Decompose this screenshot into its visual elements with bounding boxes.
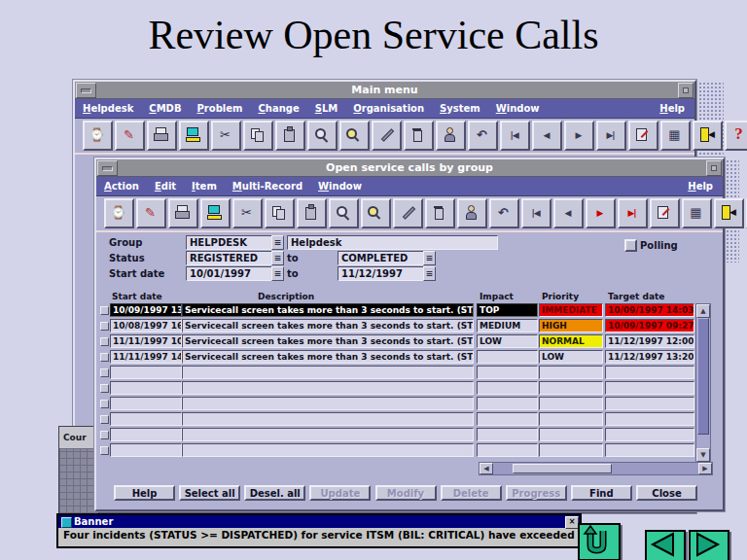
cell-description[interactable] (182, 397, 474, 410)
group-display-field[interactable]: Helpdesk (287, 235, 498, 250)
cell-description[interactable] (182, 366, 474, 379)
compose-button[interactable]: ✎ (136, 198, 166, 228)
desel-all-button[interactable]: Desel. all (244, 485, 305, 501)
exit-button[interactable] (714, 198, 744, 228)
scroll-left-icon[interactable]: ◀ (480, 463, 493, 474)
table-row[interactable]: 11/11/1997 10:52Servicecall screen takes… (96, 334, 711, 348)
last-record-button[interactable]: ▶| (618, 198, 648, 228)
cell-target-date[interactable]: 10/09/1997 09:27 (605, 319, 694, 332)
cell-start-date[interactable]: 10/08/1997 16:27 (110, 319, 182, 332)
menu-window[interactable]: Window (488, 99, 548, 118)
cell-description[interactable]: Servicecall screen takes more than 3 sec… (182, 350, 474, 364)
menu-help[interactable]: Help (654, 99, 691, 118)
cell-priority[interactable]: IMMEDIATE (539, 303, 603, 317)
cell-start-date[interactable]: 11/11/1997 10:52 (110, 334, 182, 348)
cell-target-date[interactable] (605, 381, 694, 395)
trash-button[interactable] (425, 198, 455, 228)
cell-start-date[interactable] (110, 381, 182, 395)
group-field[interactable]: HELPDESK (186, 235, 274, 250)
row-checkbox[interactable] (100, 306, 109, 315)
startdate-to-menu-icon[interactable] (423, 266, 436, 281)
cell-target-date[interactable]: 11/12/1997 13:20 (605, 350, 694, 364)
cell-impact[interactable] (477, 428, 538, 441)
search-records-button[interactable] (339, 121, 370, 151)
row-checkbox[interactable] (100, 431, 109, 439)
startdate-to-field[interactable]: 11/12/1997 (338, 266, 426, 281)
startdate-from-field[interactable]: 10/01/1997 (186, 266, 274, 281)
scrollbar-thumb[interactable] (513, 464, 612, 473)
menu-help[interactable]: Help (682, 177, 719, 195)
cell-impact[interactable] (477, 397, 538, 410)
cell-priority[interactable] (539, 412, 603, 426)
cell-priority[interactable] (539, 381, 603, 395)
pencil-button[interactable] (393, 198, 423, 228)
banner-titlebar[interactable]: Banner (58, 515, 580, 528)
cell-target-date[interactable]: 11/12/1997 12:00 (605, 334, 694, 348)
select-all-button[interactable]: Select all (179, 485, 240, 501)
paste-button[interactable] (297, 198, 327, 228)
update-button[interactable]: Update (309, 485, 371, 501)
user-button[interactable] (457, 198, 487, 228)
close-button[interactable]: Close (636, 485, 697, 501)
polling-checkbox[interactable] (624, 239, 637, 252)
table-row[interactable]: 10/08/1997 16:27Servicecall screen takes… (96, 319, 711, 332)
cell-priority[interactable] (539, 428, 603, 441)
table-row[interactable]: 10/09/1997 13:03Servicecall screen takes… (96, 303, 711, 317)
help-button[interactable]: ? (725, 121, 747, 151)
cell-impact[interactable]: LOW (477, 334, 538, 348)
help-button[interactable]: Help (114, 485, 175, 501)
scrollbar-thumb[interactable] (697, 318, 709, 435)
cell-impact[interactable] (477, 350, 538, 364)
compose-button[interactable]: ✎ (115, 121, 145, 151)
cell-description[interactable]: Servicecall screen takes more than 3 sec… (182, 319, 474, 332)
next-record-button[interactable]: ▶ (586, 198, 616, 228)
printer-button[interactable] (168, 198, 198, 228)
edit-form-button[interactable] (650, 198, 680, 228)
window-resize-button[interactable] (706, 160, 722, 176)
row-checkbox[interactable] (100, 353, 109, 362)
cell-impact[interactable]: MEDIUM (477, 319, 538, 332)
cell-start-date[interactable] (110, 443, 182, 457)
scroll-up-icon[interactable]: ▲ (696, 304, 710, 318)
row-checkbox[interactable] (100, 368, 109, 377)
menu-organisation[interactable]: Organisation (345, 99, 432, 118)
row-checkbox[interactable] (100, 400, 109, 408)
startdate-from-menu-icon[interactable] (271, 266, 284, 281)
cell-target-date[interactable] (605, 397, 694, 410)
close-icon[interactable] (565, 516, 579, 529)
previous-record-button[interactable]: ◀ (553, 198, 584, 228)
last-record-button[interactable]: ▶| (596, 121, 626, 151)
cell-priority[interactable] (539, 397, 603, 410)
find-button[interactable]: Find (571, 485, 632, 501)
cell-description[interactable] (182, 381, 474, 395)
cell-start-date[interactable]: 10/09/1997 13:03 (110, 303, 182, 317)
cell-impact[interactable] (477, 381, 538, 395)
cell-priority[interactable]: LOW (539, 350, 603, 364)
table-row[interactable] (96, 381, 711, 395)
scroll-right-icon[interactable]: ▶ (698, 463, 712, 474)
cell-target-date[interactable]: 10/09/1997 14:03 (605, 303, 694, 317)
table-row[interactable] (96, 366, 711, 379)
menu-system[interactable]: System (432, 99, 488, 118)
first-record-button[interactable]: |◀ (521, 198, 551, 228)
cut-button[interactable]: ✂ (232, 198, 263, 228)
menu-multi-record[interactable]: Multi-Record (225, 177, 310, 195)
cut-button[interactable]: ✂ (211, 121, 241, 151)
search-button[interactable] (307, 121, 338, 151)
row-checkbox[interactable] (100, 415, 109, 424)
cell-description[interactable]: Servicecall screen takes more than 3 sec… (182, 303, 474, 317)
trash-button[interactable] (404, 121, 434, 151)
workstation-button[interactable] (200, 198, 231, 228)
cell-priority[interactable] (539, 366, 603, 379)
menu-change[interactable]: Change (250, 99, 306, 118)
undo-button[interactable]: ↶ (468, 121, 498, 151)
table-row[interactable] (96, 412, 711, 426)
cell-impact[interactable] (477, 412, 538, 426)
menu-action[interactable]: Action (96, 177, 147, 195)
exit-button[interactable] (693, 121, 723, 151)
progress-button[interactable]: Progress (506, 485, 567, 501)
table-row[interactable]: 11/11/1997 14:20Servicecall screen takes… (96, 350, 711, 364)
menu-slm[interactable]: SLM (307, 99, 346, 118)
status-from-menu-icon[interactable] (271, 251, 284, 265)
alarm-clock-button[interactable]: ⌚ (104, 198, 134, 228)
